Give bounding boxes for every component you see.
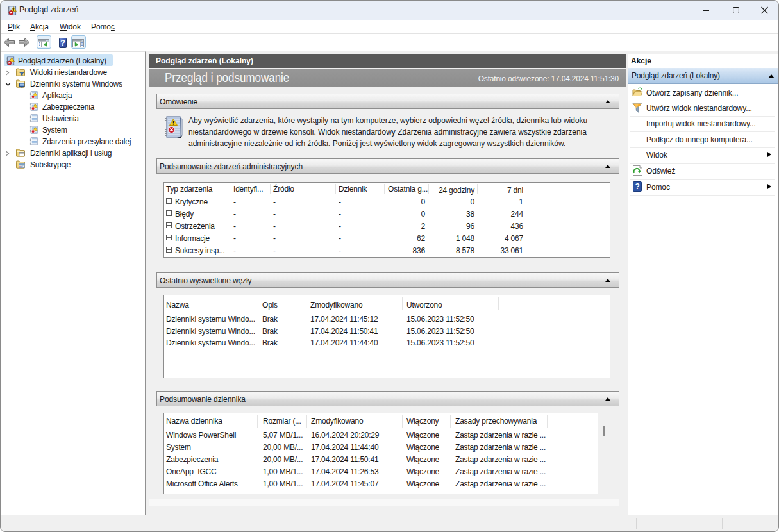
svg-text:?: ? <box>635 182 639 191</box>
svg-text:?: ? <box>60 38 65 47</box>
